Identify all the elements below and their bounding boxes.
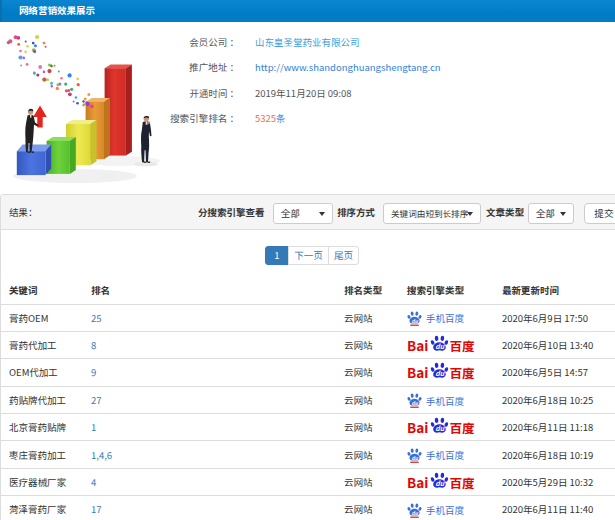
svg-text:百度: 百度 [450, 418, 476, 437]
svg-text:百度: 百度 [450, 364, 476, 383]
svg-text:百度: 百度 [450, 336, 476, 355]
svg-text:du: du [412, 316, 419, 323]
svg-text:du: du [412, 508, 419, 515]
svg-text:du: du [435, 478, 444, 488]
svg-text:Bai: Bai [407, 363, 428, 383]
svg-text:Bai: Bai [407, 472, 428, 492]
svg-text:du: du [412, 399, 419, 406]
svg-text:du: du [435, 369, 444, 379]
svg-text:百度: 百度 [450, 473, 476, 492]
svg-text:du: du [435, 342, 444, 352]
svg-text:Bai: Bai [407, 417, 428, 437]
svg-text:du: du [412, 453, 419, 460]
svg-text:Bai: Bai [407, 335, 428, 355]
svg-text:du: du [435, 424, 444, 434]
